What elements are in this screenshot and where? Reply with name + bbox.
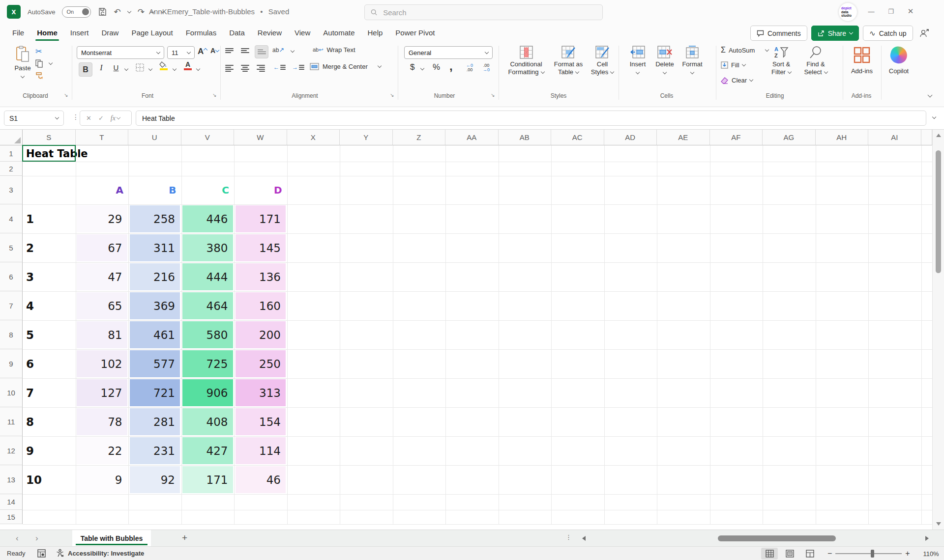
column-header[interactable]: T: [76, 130, 129, 145]
heat-value-cell[interactable]: 427: [182, 437, 233, 464]
align-center-button[interactable]: [241, 64, 249, 73]
data-row-label-cell[interactable]: 6: [26, 349, 70, 378]
normal-view-button[interactable]: [761, 548, 778, 560]
name-box[interactable]: S1: [4, 111, 64, 126]
increase-indent-icon[interactable]: →: [292, 64, 304, 71]
comments-button[interactable]: Comments: [750, 26, 807, 41]
heat-value-cell[interactable]: 102: [77, 350, 127, 377]
new-sheet-button[interactable]: +: [182, 532, 187, 543]
heat-value-cell[interactable]: 577: [130, 350, 180, 377]
column-header[interactable]: U: [128, 130, 181, 145]
heat-value-cell[interactable]: 580: [182, 321, 233, 348]
row-header[interactable]: 1: [0, 145, 23, 162]
share-people-icon[interactable]: [919, 28, 930, 38]
undo-button[interactable]: ↶: [114, 8, 120, 16]
close-button[interactable]: ✕: [901, 7, 920, 16]
add-ins-button[interactable]: Add-ins: [847, 47, 877, 75]
row-header[interactable]: 14: [0, 494, 23, 510]
copilot-button[interactable]: Copilot: [884, 47, 914, 75]
heat-value-cell[interactable]: 721: [130, 379, 180, 406]
excel-app-icon[interactable]: x: [7, 5, 21, 19]
borders-dropdown-icon[interactable]: [148, 67, 152, 71]
tab-review[interactable]: Review: [251, 24, 288, 42]
wrap-text-button[interactable]: ab↩ Wrap Text: [313, 46, 355, 54]
copy-icon[interactable]: [35, 59, 43, 68]
font-name-select[interactable]: Montserrat: [77, 46, 164, 59]
orientation-dropdown-icon[interactable]: [291, 49, 295, 53]
heat-value-cell[interactable]: 380: [182, 234, 233, 261]
vertical-scroll-thumb[interactable]: [936, 150, 941, 273]
redo-button[interactable]: ↷: [138, 8, 145, 16]
column-header[interactable]: AE: [657, 130, 710, 145]
row-header[interactable]: 8: [0, 320, 23, 349]
tab-insert[interactable]: Insert: [64, 24, 95, 42]
column-header[interactable]: AB: [499, 130, 552, 145]
macro-record-icon[interactable]: [37, 549, 46, 558]
column-header[interactable]: AD: [604, 130, 657, 145]
insert-function-button[interactable]: fx: [111, 114, 120, 122]
heat-value-cell[interactable]: 136: [236, 263, 286, 290]
cell-styles-button[interactable]: Cell Styles: [588, 46, 617, 76]
expand-formula-bar-icon[interactable]: [932, 115, 936, 119]
heat-value-cell[interactable]: 258: [130, 205, 180, 232]
heat-value-cell[interactable]: 313: [236, 379, 286, 406]
zoom-level[interactable]: 110%: [918, 550, 939, 558]
heat-value-cell[interactable]: 78: [77, 408, 127, 435]
search-input[interactable]: [382, 8, 596, 17]
cancel-icon[interactable]: ✕: [86, 114, 91, 122]
series-header-cell[interactable]: B: [128, 176, 181, 204]
currency-dropdown-icon[interactable]: [420, 66, 424, 70]
row-header[interactable]: 11: [0, 407, 23, 436]
heat-value-cell[interactable]: 725: [182, 350, 233, 377]
heat-value-cell[interactable]: 200: [236, 321, 286, 348]
heat-value-cell[interactable]: 160: [236, 292, 286, 319]
comma-style-button[interactable]: ,: [449, 59, 453, 73]
paste-button[interactable]: Paste: [9, 46, 36, 78]
heat-value-cell[interactable]: 46: [236, 466, 286, 493]
minimize-button[interactable]: —: [861, 8, 881, 15]
heat-value-cell[interactable]: 311: [130, 234, 180, 261]
decrease-indent-icon[interactable]: ←: [273, 64, 286, 71]
autosave-toggle[interactable]: On: [62, 6, 91, 18]
next-sheet-icon[interactable]: ›: [35, 533, 38, 543]
zoom-in-button[interactable]: +: [905, 549, 910, 558]
data-row-label-cell[interactable]: 8: [26, 407, 70, 436]
heat-value-cell[interactable]: 408: [182, 408, 233, 435]
row-header[interactable]: 4: [0, 204, 23, 233]
tab-home[interactable]: Home: [30, 24, 64, 42]
horizontal-scroll-thumb[interactable]: [718, 535, 836, 541]
heat-value-cell[interactable]: 171: [182, 466, 233, 493]
data-row-label-cell[interactable]: 1: [26, 204, 70, 233]
autosum-button[interactable]: Σ AutoSum: [721, 46, 768, 55]
row-header[interactable]: 12: [0, 436, 23, 465]
decrease-font-size-button[interactable]: A: [210, 47, 219, 55]
bold-button[interactable]: B: [79, 62, 92, 77]
heat-value-cell[interactable]: 127: [77, 379, 127, 406]
heat-value-cell[interactable]: 65: [77, 292, 127, 319]
column-header[interactable]: Z: [393, 130, 446, 145]
hscroll-left-icon[interactable]: [582, 536, 586, 541]
heat-value-cell[interactable]: 9: [77, 466, 127, 493]
row-header[interactable]: 5: [0, 233, 23, 262]
scroll-up-icon[interactable]: [936, 134, 941, 137]
delete-cells-button[interactable]: Delete: [652, 46, 678, 74]
heat-value-cell[interactable]: 464: [182, 292, 233, 319]
prev-sheet-icon[interactable]: ‹: [16, 533, 19, 543]
middle-align-button[interactable]: [241, 47, 249, 54]
font-color-dropdown-icon[interactable]: [196, 67, 200, 71]
heat-value-cell[interactable]: 145: [236, 234, 286, 261]
page-break-view-button[interactable]: [801, 548, 818, 560]
series-header-cell[interactable]: D: [234, 176, 287, 204]
column-header[interactable]: V: [181, 130, 235, 145]
row-header[interactable]: 9: [0, 349, 23, 378]
row-header[interactable]: 15: [0, 510, 23, 524]
accessibility-status[interactable]: Accessibility: Investigate: [56, 549, 144, 558]
series-header-cell[interactable]: C: [181, 176, 235, 204]
format-cells-button[interactable]: Format: [678, 46, 706, 74]
zoom-slider[interactable]: [835, 553, 902, 554]
tab-draw[interactable]: Draw: [95, 24, 125, 42]
tab-page-layout[interactable]: Page Layout: [125, 24, 179, 42]
column-header[interactable]: AC: [551, 130, 604, 145]
column-header[interactable]: AG: [763, 130, 816, 145]
tab-file[interactable]: File: [6, 24, 30, 42]
